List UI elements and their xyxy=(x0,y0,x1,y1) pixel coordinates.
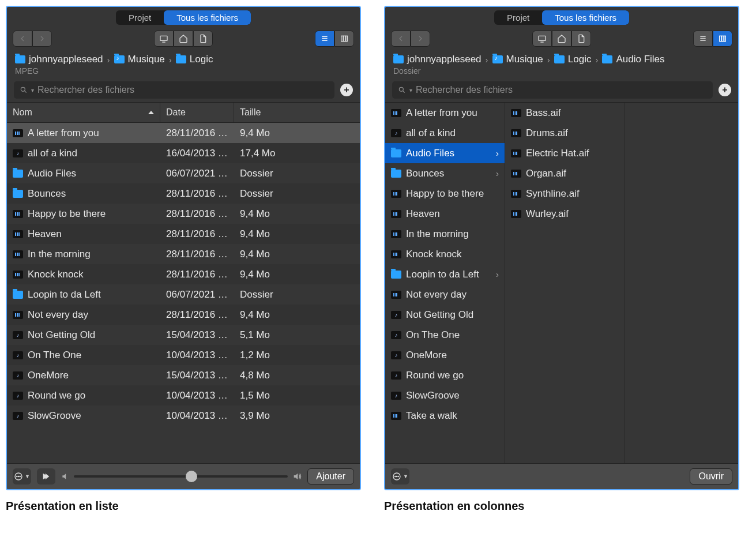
list-view-toggle[interactable] xyxy=(693,31,713,47)
list-item[interactable]: Electric Hat.aif xyxy=(505,143,625,163)
home-button[interactable] xyxy=(174,31,193,47)
list-view-toggle[interactable] xyxy=(315,31,334,47)
file-icon: ♪ xyxy=(13,149,23,157)
list-item[interactable]: Wurley.aif xyxy=(505,204,625,224)
volume-slider[interactable] xyxy=(61,472,302,481)
list-item[interactable]: Audio Files› xyxy=(385,143,505,163)
list-item[interactable]: Organ.aif xyxy=(505,163,625,183)
list-item[interactable]: ♪Not Getting Old xyxy=(385,305,505,325)
column-view-toggle[interactable] xyxy=(334,31,354,47)
list-item[interactable]: ♪Round we go xyxy=(385,365,505,385)
nav-forward-button[interactable] xyxy=(411,31,430,47)
file-date: 28/11/2016 … xyxy=(160,228,234,240)
nav-back-button[interactable] xyxy=(13,31,32,47)
table-row[interactable]: Loopin to da Left06/07/2021 …Dossier xyxy=(7,284,360,305)
file-date: 28/11/2016 … xyxy=(160,208,234,220)
search-icon xyxy=(398,86,406,94)
audio-file-icon xyxy=(391,190,401,198)
table-row[interactable]: Heaven28/11/2016 …9,4 Mo xyxy=(7,224,360,244)
breadcrumb-label: Musique xyxy=(506,54,543,65)
file-icon: ♪ xyxy=(391,129,401,137)
table-row[interactable]: ♪all of a kind16/04/2013 …17,4 Mo xyxy=(7,143,360,163)
nav-forward-button[interactable] xyxy=(32,31,52,47)
column-header-size[interactable]: Taille xyxy=(234,103,360,122)
preview-play-button[interactable] xyxy=(37,468,55,485)
list-item[interactable]: ♪SlowGroove xyxy=(385,385,505,405)
list-item[interactable]: In the morning xyxy=(385,224,505,244)
caption-column-view: Présentation en colonnes xyxy=(384,500,739,513)
file-name: Round we go xyxy=(28,390,85,401)
file-size: 1,5 Mo xyxy=(234,390,360,401)
table-row[interactable]: ♪SlowGroove10/04/2013 …3,9 Mo xyxy=(7,405,360,426)
table-row[interactable]: Bounces28/11/2016 …Dossier xyxy=(7,183,360,204)
tab-all-files[interactable]: Tous les fichiers xyxy=(542,10,629,25)
nav-back-button[interactable] xyxy=(391,31,411,47)
list-item[interactable]: Happy to be there xyxy=(385,183,505,204)
search-input[interactable]: ▾ Rechercher des fichiers xyxy=(14,81,334,99)
svg-rect-21 xyxy=(724,36,726,41)
file-name: Knock knock xyxy=(406,249,461,260)
breadcrumb-item[interactable]: Musique xyxy=(492,54,543,65)
computer-button[interactable] xyxy=(154,31,174,47)
folder-icon xyxy=(391,149,401,157)
table-row[interactable]: ♪On The One10/04/2013 …1,2 Mo xyxy=(7,345,360,365)
column-header-date[interactable]: Date xyxy=(160,103,234,122)
column-header-name[interactable]: Nom xyxy=(7,103,160,122)
search-mode-caret-icon[interactable]: ▾ xyxy=(409,87,412,93)
file-size: 9,4 Mo xyxy=(234,269,360,280)
list-item[interactable]: Drums.aif xyxy=(505,123,625,143)
table-row[interactable]: A letter from you28/11/2016 …9,4 Mo xyxy=(7,123,360,143)
breadcrumb-item[interactable]: Logic xyxy=(176,54,213,65)
list-item[interactable]: ♪On The One xyxy=(385,325,505,345)
add-button[interactable]: Ajouter xyxy=(307,468,354,485)
tab-project[interactable]: Projet xyxy=(116,10,164,25)
svg-point-13 xyxy=(20,476,20,476)
table-row[interactable]: Happy to be there28/11/2016 …9,4 Mo xyxy=(7,204,360,224)
search-mode-caret-icon[interactable]: ▾ xyxy=(31,87,34,93)
list-item[interactable]: Heaven xyxy=(385,204,505,224)
breadcrumb-item[interactable]: johnnyappleseed xyxy=(15,54,103,65)
action-menu-button[interactable]: ▼ xyxy=(391,468,409,485)
file-name: Heaven xyxy=(406,208,440,220)
search-input[interactable]: ▾ Rechercher des fichiers xyxy=(392,81,713,99)
tab-all-files[interactable]: Tous les fichiers xyxy=(164,10,251,25)
list-item[interactable]: Take a walk xyxy=(385,405,505,426)
file-size: 9,4 Mo xyxy=(234,127,360,139)
table-row[interactable]: ♪Not Getting Old15/04/2013 …5,1 Mo xyxy=(7,325,360,345)
tab-project[interactable]: Projet xyxy=(494,10,542,25)
list-item[interactable]: Knock knock xyxy=(385,244,505,264)
table-row[interactable]: In the morning28/11/2016 …9,4 Mo xyxy=(7,244,360,264)
project-location-button[interactable] xyxy=(193,31,213,47)
file-date: 28/11/2016 … xyxy=(160,188,234,200)
project-location-button[interactable] xyxy=(571,31,591,47)
add-filter-button[interactable]: + xyxy=(340,84,353,96)
breadcrumb-label: Logic xyxy=(190,54,213,65)
table-row[interactable]: Knock knock28/11/2016 …9,4 Mo xyxy=(7,264,360,284)
breadcrumb-item[interactable]: johnnyappleseed xyxy=(393,54,482,65)
table-row[interactable]: ♪Round we go10/04/2013 …1,5 Mo xyxy=(7,385,360,405)
file-size: Dossier xyxy=(234,289,360,301)
add-filter-button[interactable]: + xyxy=(719,84,731,96)
file-date: 28/11/2016 … xyxy=(160,309,234,321)
list-item[interactable]: Not every day xyxy=(385,284,505,305)
table-row[interactable]: Not every day28/11/2016 …9,4 Mo xyxy=(7,305,360,325)
column-view-toggle[interactable] xyxy=(713,31,732,47)
computer-button[interactable] xyxy=(532,31,552,47)
list-item[interactable]: Bass.aif xyxy=(505,103,625,123)
list-item[interactable]: Bounces› xyxy=(385,163,505,183)
table-row[interactable]: ♪OneMore15/04/2013 …4,8 Mo xyxy=(7,365,360,385)
open-button[interactable]: Ouvrir xyxy=(690,468,732,485)
table-row[interactable]: Audio Files06/07/2021 …Dossier xyxy=(7,163,360,183)
breadcrumb-item[interactable]: Audio Files xyxy=(602,54,664,65)
file-name: Bass.aif xyxy=(526,107,561,119)
file-icon: ♪ xyxy=(391,331,401,339)
list-item[interactable]: ♪all of a kind xyxy=(385,123,505,143)
breadcrumb-item[interactable]: Logic xyxy=(554,54,592,65)
home-button[interactable] xyxy=(552,31,571,47)
breadcrumb-item[interactable]: Musique xyxy=(114,54,165,65)
action-menu-button[interactable]: ▼ xyxy=(13,468,31,485)
list-item[interactable]: A letter from you xyxy=(385,103,505,123)
list-item[interactable]: ♪OneMore xyxy=(385,345,505,365)
list-item[interactable]: Loopin to da Left› xyxy=(385,264,505,284)
list-item[interactable]: Synthline.aif xyxy=(505,183,625,204)
